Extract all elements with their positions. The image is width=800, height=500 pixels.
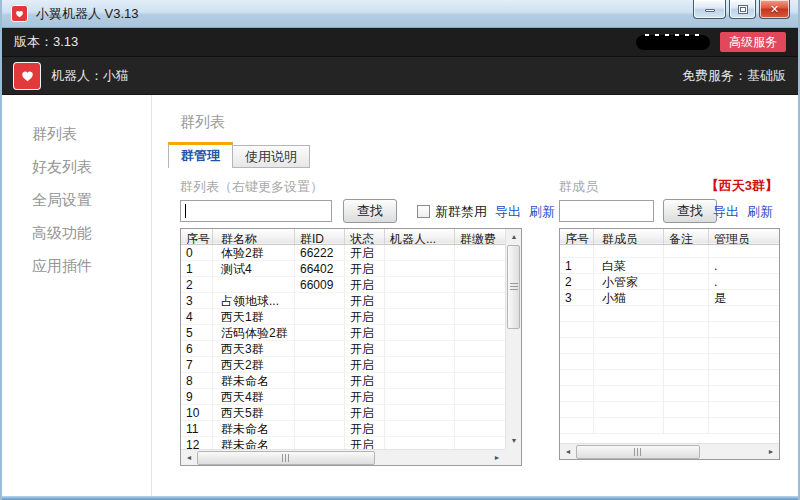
table-row[interactable]: [560, 322, 779, 338]
column-header[interactable]: 序号: [560, 229, 594, 244]
table-row[interactable]: [560, 354, 779, 370]
tab-group-management[interactable]: 群管理: [168, 142, 233, 168]
table-cell: 活码体验2群: [213, 325, 295, 341]
table-row[interactable]: 1白菜.: [560, 258, 779, 274]
table-cell: [664, 306, 709, 322]
table-row[interactable]: 266009开启: [181, 277, 505, 293]
maximize-button[interactable]: [729, 0, 756, 19]
group-panel-title: 群列表（右键更多设置）: [180, 178, 323, 196]
table-row[interactable]: 5活码体验2群开启: [181, 325, 505, 341]
group-find-button[interactable]: 查找: [343, 199, 397, 223]
member-find-button[interactable]: 查找: [663, 199, 717, 223]
table-cell: [455, 325, 505, 341]
column-header[interactable]: 机器人...: [385, 229, 455, 244]
minimize-button[interactable]: [693, 0, 726, 19]
table-row[interactable]: [560, 338, 779, 354]
table-row[interactable]: 4西天1群开启: [181, 309, 505, 325]
new-group-disable-label[interactable]: 新群禁用: [435, 203, 487, 221]
hscroll-track[interactable]: [375, 450, 489, 465]
table-cell: 开启: [345, 405, 385, 421]
table-cell: [455, 245, 505, 261]
member-export-link[interactable]: 导出: [713, 203, 739, 221]
hscroll-thumb[interactable]: [576, 445, 700, 459]
sidebar-item-advanced-features[interactable]: 高级功能: [2, 216, 151, 249]
table-row[interactable]: [560, 306, 779, 322]
table-row[interactable]: 2小管家.: [560, 274, 779, 290]
table-row[interactable]: [560, 370, 779, 386]
window-bottom-frame: [2, 496, 798, 500]
table-row[interactable]: 8群未命名开启: [181, 373, 505, 389]
sidebar-item-plugins[interactable]: 应用插件: [2, 249, 151, 282]
sidebar-item-global-settings[interactable]: 全局设置: [2, 183, 151, 216]
hscroll-thumb[interactable]: [197, 451, 375, 465]
table-row[interactable]: 3占领地球...开启: [181, 293, 505, 309]
scroll-right-icon[interactable]: ►: [763, 444, 779, 460]
table-cell: 开启: [345, 261, 385, 277]
group-export-link[interactable]: 导出: [495, 203, 521, 221]
group-table-hscrollbar[interactable]: ◄ ►: [181, 449, 505, 465]
vscroll-thumb[interactable]: [507, 245, 520, 329]
table-cell: [455, 405, 505, 421]
column-header[interactable]: 群ID: [295, 229, 345, 244]
group-search-input[interactable]: [180, 200, 332, 222]
group-table: 序号群名称群ID状态机器人...群缴费0体验2群66222开启1测试466402…: [180, 228, 522, 466]
scroll-left-icon[interactable]: ◄: [560, 444, 576, 460]
column-header[interactable]: 群名称: [213, 229, 295, 244]
table-cell: [455, 277, 505, 293]
table-cell: [709, 418, 779, 434]
table-row[interactable]: 10西天5群开启: [181, 405, 505, 421]
table-cell: 1: [560, 258, 594, 274]
table-row[interactable]: 0体验2群66222开启: [181, 245, 505, 261]
table-row[interactable]: 3小猫是: [560, 290, 779, 306]
hscroll-track[interactable]: [700, 444, 763, 459]
titlebar[interactable]: 小翼机器人 V3.13 ✕: [2, 0, 798, 28]
table-cell: [455, 293, 505, 309]
group-table-grid: 序号群名称群ID状态机器人...群缴费0体验2群66222开启1测试466402…: [181, 229, 505, 449]
sidebar-item-group-list[interactable]: 群列表: [2, 117, 151, 150]
column-header[interactable]: 备注: [664, 229, 709, 244]
scroll-left-icon[interactable]: ◄: [181, 450, 197, 466]
table-row[interactable]: 11群未命名开启: [181, 421, 505, 437]
table-cell: [560, 354, 594, 370]
scroll-down-icon[interactable]: ▼: [506, 433, 522, 449]
table-cell: [455, 309, 505, 325]
close-button[interactable]: ✕: [759, 0, 790, 19]
member-table-hscrollbar[interactable]: ◄ ►: [560, 443, 779, 459]
table-row[interactable]: 12群未命名开启: [181, 437, 505, 449]
table-cell: 12: [181, 437, 213, 449]
vscroll-track[interactable]: [506, 329, 521, 433]
selected-group-label: 【西天3群】: [706, 177, 778, 195]
table-cell: 群未命名: [213, 421, 295, 437]
table-row[interactable]: [560, 418, 779, 434]
column-header[interactable]: 群成员: [594, 229, 664, 244]
column-header[interactable]: 管理员: [709, 229, 779, 244]
premium-service-button[interactable]: 高级服务: [720, 32, 786, 52]
group-table-vscrollbar[interactable]: ▲ ▼: [505, 229, 521, 449]
table-cell: 开启: [345, 309, 385, 325]
column-header[interactable]: 序号: [181, 229, 213, 244]
tab-usage-instructions[interactable]: 使用说明: [232, 145, 310, 168]
table-cell: 群未命名: [213, 437, 295, 449]
app-window: 小翼机器人 V3.13 ✕ 版本：3.13 高级服务 机器人：小猫 免费服务：基…: [0, 0, 800, 500]
column-header[interactable]: 状态: [345, 229, 385, 244]
table-row[interactable]: [560, 386, 779, 402]
table-cell: 小猫: [594, 290, 664, 306]
table-row[interactable]: 1测试466402开启: [181, 261, 505, 277]
table-row[interactable]: 9西天4群开启: [181, 389, 505, 405]
thumb-grip-icon: [634, 448, 642, 456]
table-row[interactable]: 7西天2群开启: [181, 357, 505, 373]
member-refresh-link[interactable]: 刷新: [747, 203, 773, 221]
table-row[interactable]: [560, 402, 779, 418]
table-row[interactable]: [560, 245, 779, 258]
column-header[interactable]: 群缴费: [455, 229, 505, 244]
scroll-up-icon[interactable]: ▲: [506, 229, 522, 245]
sidebar-item-friend-list[interactable]: 好友列表: [2, 150, 151, 183]
member-search-input[interactable]: [559, 200, 654, 222]
table-cell: [295, 357, 345, 373]
main-panel: 群列表 群管理 使用说明 群列表（右键更多设置） 查找 新群禁用 导出 刷新 序…: [152, 95, 798, 496]
group-refresh-link[interactable]: 刷新: [529, 203, 555, 221]
table-row[interactable]: 6西天3群开启: [181, 341, 505, 357]
scroll-right-icon[interactable]: ►: [489, 450, 505, 466]
new-group-disable-checkbox[interactable]: [417, 205, 430, 218]
table-cell: [455, 373, 505, 389]
